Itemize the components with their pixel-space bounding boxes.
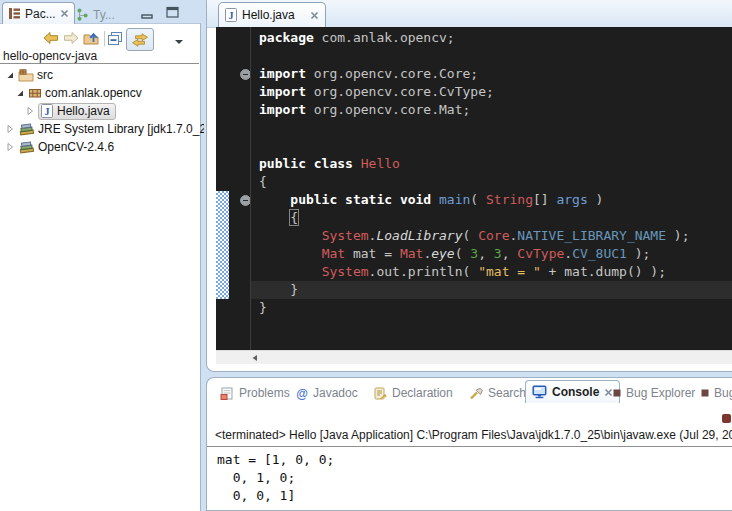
maximize-icon <box>166 6 179 18</box>
horizontal-scrollbar[interactable] <box>216 350 732 364</box>
tree-item-jre-system-library-jdk1-7-0-25[interactable]: JRE System Library [jdk1.7.0_25] <box>0 120 204 138</box>
declaration-icon <box>373 387 387 400</box>
tree-item-com-anlak-opencv[interactable]: com.anlak.opencv <box>0 84 214 102</box>
close-icon[interactable] <box>604 388 613 397</box>
code-line[interactable]: } <box>259 281 732 299</box>
collapse-all-icon <box>107 31 123 46</box>
project-underline <box>0 63 199 64</box>
back-button[interactable] <box>43 29 59 47</box>
tree-item-label: src <box>37 68 53 82</box>
terminate-button[interactable] <box>722 414 731 423</box>
tree-collapsed-icon[interactable] <box>5 124 15 134</box>
console-tab-javadoc[interactable]: @Javadoc <box>296 383 358 403</box>
close-icon[interactable] <box>60 9 69 18</box>
view-menu-icon <box>174 39 184 45</box>
maximize-button[interactable] <box>166 4 179 22</box>
code-editor[interactable]: package com.anlak.opencv;import org.open… <box>216 27 732 350</box>
console-tab-label: Javadoc <box>313 386 358 400</box>
scroll-left-icon[interactable] <box>251 354 259 362</box>
code-line[interactable] <box>259 47 732 65</box>
console-panel: Problems@JavadocDeclarationSearchConsole… <box>206 377 732 511</box>
svg-text:J: J <box>45 105 50 116</box>
type-hierarchy-icon <box>76 8 89 21</box>
tree-expanded-icon[interactable] <box>15 88 25 98</box>
link-with-editor-toggle[interactable] <box>126 28 154 51</box>
console-output-line: 0, 1, 0; <box>217 469 334 487</box>
console-output[interactable]: mat = [1, 0, 0; 0, 1, 0; 0, 0, 1] <box>217 451 334 505</box>
code-line[interactable]: import org.opencv.core.Mat; <box>259 101 732 119</box>
editor-tab-label: Hello.java <box>242 8 295 22</box>
console-tab-problems[interactable]: Problems <box>220 383 290 403</box>
range-indicator <box>216 191 229 299</box>
code-line[interactable]: { <box>259 173 732 191</box>
tree-collapsed-icon[interactable] <box>25 106 35 116</box>
console-tab-search[interactable]: Search <box>469 383 526 403</box>
console-tab-label: Problems <box>239 386 290 400</box>
console-tab-label: Declaration <box>392 386 453 400</box>
forward-button[interactable] <box>63 29 79 47</box>
tree-expanded-icon[interactable] <box>5 70 15 80</box>
code-line[interactable]: Mat mat = Mat.eye( 3, 3, CvType.CV_8UC1 … <box>259 245 732 263</box>
up-folder-icon <box>83 31 100 46</box>
tree-selection[interactable]: JHello.java <box>38 103 116 120</box>
package-explorer-icon <box>8 7 21 20</box>
java-file-icon: J <box>41 104 53 118</box>
tree-item-opencv-2-4-6[interactable]: OpenCV-2.4.6 <box>0 138 204 156</box>
library-icon <box>18 122 35 136</box>
tab-type-hierarchy-label: Ty... <box>93 8 115 22</box>
code-line[interactable] <box>259 119 732 137</box>
collapse-all-button[interactable] <box>107 29 123 47</box>
link-editor-icon <box>131 33 149 47</box>
minimize-icon <box>141 13 153 21</box>
tab-package-explorer[interactable]: Pac... <box>2 2 75 24</box>
source-folder-icon <box>18 69 34 82</box>
code-line[interactable]: { <box>259 209 732 227</box>
tree-item-label: Hello.java <box>57 104 110 118</box>
console-tab-declaration[interactable]: Declaration <box>373 383 453 403</box>
library-icon <box>18 140 35 154</box>
console-tab-label: Console <box>552 385 599 399</box>
console-tab-bug-explorer[interactable]: Bug Explorer <box>613 383 695 403</box>
code-line[interactable]: import org.opencv.core.Core; <box>259 65 732 83</box>
console-tab-label: Search <box>488 386 526 400</box>
minimize-button[interactable] <box>141 7 153 25</box>
javadoc-icon: @ <box>296 387 308 400</box>
code-line[interactable]: import org.opencv.core.CvType; <box>259 83 732 101</box>
code-line[interactable]: public class Hello <box>259 155 732 173</box>
search-icon <box>469 387 483 400</box>
code-line[interactable]: System.LoadLibrary( Core.NATIVE_LIBRARY_… <box>259 227 732 245</box>
toolbar-separator <box>104 31 105 46</box>
code-line[interactable]: package com.anlak.opencv; <box>259 29 732 47</box>
tree-item-hello-java[interactable]: JHello.java <box>0 102 224 120</box>
close-icon[interactable] <box>310 11 319 20</box>
back-arrow-icon <box>43 31 59 45</box>
console-tab-console[interactable]: Console <box>525 380 620 403</box>
up-button[interactable] <box>83 29 100 47</box>
console-status-line: <terminated> Hello [Java Application] C:… <box>215 428 732 442</box>
console-header-divider <box>207 446 732 447</box>
code-line[interactable] <box>259 137 732 155</box>
console-tab-bug[interactable]: Bug <box>701 383 732 403</box>
project-label[interactable]: hello-opencv-java <box>3 49 97 63</box>
tree-item-src[interactable]: src <box>0 66 204 84</box>
tree-item-label: com.anlak.opencv <box>45 86 142 100</box>
problems-icon <box>220 387 234 400</box>
console-icon <box>532 385 547 399</box>
view-menu-button[interactable] <box>174 33 184 51</box>
code-lines[interactable]: package com.anlak.opencv;import org.open… <box>251 29 732 317</box>
code-line[interactable]: } <box>259 299 732 317</box>
code-line[interactable]: public static void main( String[] args ) <box>259 191 732 209</box>
svg-text:J: J <box>229 10 234 21</box>
console-output-line: mat = [1, 0, 0; <box>217 451 334 469</box>
console-output-line: 0, 0, 1] <box>217 487 334 505</box>
console-tab-label: Bug Explorer <box>626 386 695 400</box>
tree-collapsed-icon[interactable] <box>5 142 15 152</box>
java-file-icon: J <box>225 8 237 22</box>
editor-tab-hello-java[interactable]: J Hello.java <box>218 2 326 27</box>
editor-panel: J Hello.java package com.anlak.opencv;im… <box>206 0 732 372</box>
code-line[interactable]: System.out.println( "mat = " + mat.dump(… <box>259 263 732 281</box>
console-tab-label: Bug <box>714 386 732 400</box>
bug-icon <box>701 389 709 397</box>
eclipse-window: { "colors": { "chrome_bg": "#cfe0f2", "p… <box>0 0 732 511</box>
tab-type-hierarchy[interactable]: Ty... <box>71 4 120 25</box>
